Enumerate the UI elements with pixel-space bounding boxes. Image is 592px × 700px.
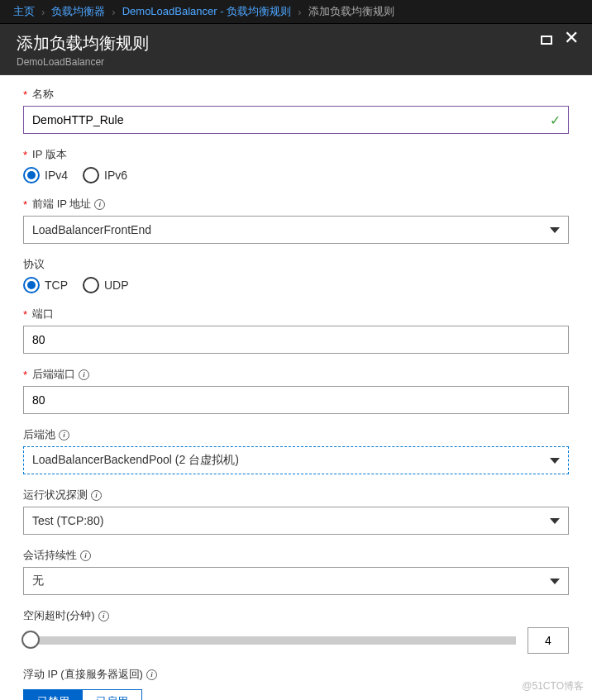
radio-icon <box>83 277 99 293</box>
backend-port-input[interactable] <box>23 386 569 414</box>
info-icon[interactable]: i <box>59 430 69 440</box>
radio-tcp[interactable]: TCP <box>23 277 68 293</box>
radio-icon <box>83 167 99 183</box>
label-backend-port: 后端端口 <box>32 367 75 382</box>
form-body: *名称 ✓ *IP 版本 IPv4 IPv6 *前端 IP 地址 i LoadB… <box>0 75 592 700</box>
blade-header: 添加负载均衡规则 DemoLoadBalancer ✕ <box>0 24 592 75</box>
close-icon[interactable]: ✕ <box>564 32 579 47</box>
radio-icon <box>23 167 40 183</box>
validation-checkmark-icon: ✓ <box>550 112 561 128</box>
label-idle-timeout: 空闲超时(分钟) <box>23 608 95 623</box>
label-health-probe: 运行状况探测 <box>23 488 88 502</box>
info-icon[interactable]: i <box>146 669 157 680</box>
breadcrumb-sep: › <box>41 6 45 18</box>
field-floating-ip: 浮动 IP (直接服务器返回) i 已禁用 已启用 <box>23 667 569 700</box>
info-icon[interactable]: i <box>94 199 105 210</box>
port-input[interactable] <box>23 326 569 354</box>
label-frontend-ip: 前端 IP 地址 <box>32 197 91 212</box>
field-ip-version: *IP 版本 IPv4 IPv6 <box>23 147 569 183</box>
idle-timeout-slider[interactable] <box>23 636 516 645</box>
radio-label-ipv6: IPv6 <box>104 169 127 182</box>
maximize-icon[interactable] <box>541 36 552 45</box>
name-input[interactable] <box>23 106 569 134</box>
label-session-persistence: 会话持续性 <box>23 548 77 563</box>
breadcrumb-sep: › <box>298 6 301 18</box>
field-idle-timeout: 空闲超时(分钟) i <box>23 608 569 654</box>
watermark: @51CTO博客 <box>522 679 584 693</box>
label-ip-version: IP 版本 <box>32 147 67 162</box>
backend-pool-value: LoadBalancerBackendPool (2 台虚拟机) <box>32 453 239 468</box>
breadcrumb-sep: › <box>112 6 115 18</box>
info-icon[interactable]: i <box>98 611 109 621</box>
breadcrumb-lb-list[interactable]: 负载均衡器 <box>51 4 105 19</box>
chevron-down-icon <box>550 579 560 584</box>
radio-label-ipv4: IPv4 <box>45 169 68 182</box>
info-icon[interactable]: i <box>79 369 89 380</box>
toggle-enabled[interactable]: 已启用 <box>83 690 141 700</box>
chevron-down-icon <box>550 518 560 524</box>
info-icon[interactable]: i <box>91 490 102 501</box>
radio-ipv4[interactable]: IPv4 <box>23 167 68 183</box>
field-session-persistence: 会话持续性 i 无 <box>23 548 569 595</box>
breadcrumb-lb-rules[interactable]: DemoLoadBalancer - 负载均衡规则 <box>122 4 291 19</box>
field-port: *端口 <box>23 307 569 354</box>
field-protocol: 协议 TCP UDP <box>23 257 569 293</box>
chevron-down-icon <box>550 227 560 233</box>
session-persistence-select[interactable]: 无 <box>23 567 569 595</box>
field-backend-pool: 后端池 i LoadBalancerBackendPool (2 台虚拟机) <box>23 427 569 474</box>
backend-pool-select[interactable]: LoadBalancerBackendPool (2 台虚拟机) <box>23 446 569 474</box>
label-backend-pool: 后端池 <box>23 427 55 442</box>
field-health-probe: 运行状况探测 i Test (TCP:80) <box>23 488 569 535</box>
slider-thumb[interactable] <box>21 631 40 649</box>
frontend-ip-select[interactable]: LoadBalancerFrontEnd <box>23 216 569 244</box>
field-backend-port: *后端端口 i <box>23 367 569 414</box>
health-probe-select[interactable]: Test (TCP:80) <box>23 507 569 535</box>
breadcrumb-home[interactable]: 主页 <box>13 4 35 19</box>
health-probe-value: Test (TCP:80) <box>32 514 103 527</box>
page-title: 添加负载均衡规则 <box>17 32 149 55</box>
label-floating-ip: 浮动 IP (直接服务器返回) <box>23 667 143 682</box>
frontend-ip-value: LoadBalancerFrontEnd <box>32 223 151 236</box>
field-frontend-ip: *前端 IP 地址 i LoadBalancerFrontEnd <box>23 197 569 244</box>
toggle-disabled[interactable]: 已禁用 <box>24 690 83 700</box>
floating-ip-toggle: 已禁用 已启用 <box>23 689 142 700</box>
breadcrumb-current: 添加负载均衡规则 <box>308 4 394 19</box>
chevron-down-icon <box>550 458 560 464</box>
label-protocol: 协议 <box>23 257 45 272</box>
radio-udp[interactable]: UDP <box>83 277 129 293</box>
radio-icon <box>23 277 40 293</box>
field-name: *名称 ✓ <box>23 87 569 134</box>
idle-timeout-input[interactable] <box>528 627 569 654</box>
label-port: 端口 <box>32 307 54 321</box>
info-icon[interactable]: i <box>80 550 91 561</box>
label-name: 名称 <box>32 87 54 102</box>
session-persistence-value: 无 <box>32 574 44 588</box>
radio-label-udp: UDP <box>104 279 129 292</box>
radio-ipv6[interactable]: IPv6 <box>83 167 127 183</box>
page-subtitle: DemoLoadBalancer <box>17 56 149 68</box>
breadcrumb: 主页 › 负载均衡器 › DemoLoadBalancer - 负载均衡规则 ›… <box>0 0 592 24</box>
radio-label-tcp: TCP <box>45 279 68 292</box>
